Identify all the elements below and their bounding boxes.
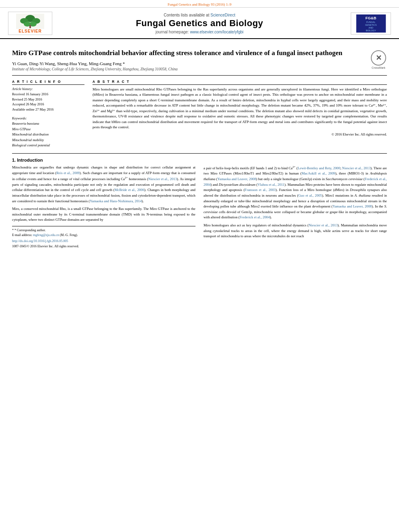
keyword-3: Mitochondrial distribution [12,132,84,138]
homepage-link[interactable]: www.elsevier.com/locate/yfgbi [190,30,243,34]
keyword-2: Miro GTPase [12,127,84,132]
journal-title: Fungal Genetics and Biology [52,18,347,29]
keyword-1: Beauveria bassiana [12,121,84,127]
available-date: Available online 27 May 2016 [12,107,84,112]
yamaoka-hara-link[interactable]: Yamaoka and Hara-Nishimura, 2014 [90,199,142,203]
accepted-date: Accepted 26 May 2016 [12,102,84,107]
contents-label: Contents lists available at [164,13,209,17]
reis-2009-link[interactable]: Reis et al., 2009 [56,171,80,175]
mcbride-2006-link[interactable]: McBride et al., 2006 [115,188,144,192]
science-direct-link[interactable]: ScienceDirect [210,13,235,17]
crossmark-icon: ✕ [371,50,386,66]
section-title: Introduction [17,158,43,162]
abstract-text: Miro homologues are small mitochondrial … [93,87,387,130]
introduction-section: 1. Introduction Mitochondria are organel… [12,154,387,249]
fgb-logo: FG&B FUNGAL GENETICS AND BIOLOGY [351,12,391,35]
doi-line: http://dx.doi.org/10.1016/j.fgb.2016.05.… [12,239,195,244]
homepage-label: journal homepage: [156,30,189,34]
frederick-2004-link-2[interactable]: Frederick et al., 2004 [240,215,270,219]
intro-left-col: Mitochondria are organelles that undergo… [12,165,195,249]
crossmark-label: CrossMark [372,66,385,69]
intro-para-4: Miro homologues also act as key regulato… [204,223,387,239]
journal-right-logo: FG&B FUNGAL GENETICS AND BIOLOGY [347,12,391,35]
footnote-section: * * Corresponding author. E-mail address… [12,226,195,249]
svg-text:BIOLOGY: BIOLOGY [366,29,376,31]
intro-para-1: Mitochondria are organelles that undergo… [12,165,195,204]
svg-rect-6 [29,25,31,28]
lewit-bentley-link[interactable]: Lewit-Bentley and Rety, 2000 [298,166,340,170]
email-line: E-mail address: mgfeng@zju.edu.cn (M.-G.… [12,233,195,238]
article-history-label: Article history: [12,87,84,91]
abstract-label: A B S T R A C T [93,80,387,85]
doi-link[interactable]: http://dx.doi.org/10.1016/j.fgb.2016.05.… [12,239,68,243]
received-date: Received 16 January 2016 [12,92,84,97]
niescier-2013-link-3[interactable]: Niescier et al., 2013 [309,223,337,227]
article-title-section: Miro GTPase controls mitochondrial behav… [12,43,387,76]
vlahou-link[interactable]: Vlahou et al., 2011 [257,183,284,187]
niescier-2013-link-1[interactable]: Niescier et al., 2013 [148,177,177,181]
fransson-link[interactable]: Fransson et al., 2003 [245,188,276,192]
svg-text:FG&B: FG&B [365,16,376,20]
corresponding-label: * Corresponding author. [14,228,46,232]
abstract-col: A B S T R A C T Miro homologues are smal… [93,80,387,148]
article-info-label: A R T I C L E I N F O [12,80,84,85]
contents-line: Contents lists available at ScienceDirec… [52,13,347,17]
journal-header-center: Contents lists available at ScienceDirec… [52,13,347,34]
yamaoka-leaver-link-2[interactable]: Yamaoka and Leaver, 2008 [333,204,372,208]
elsevier-logo: ELSEVIER [8,12,52,35]
keyword-5: Biological control potential [12,143,84,148]
info-abstract-section: A R T I C L E I N F O Article history: R… [12,76,387,154]
journal-top-bar: Fungal Genetics and Biology 93 (2016) 1–… [0,0,399,8]
intro-para-3: a pair of helix-loop-helix motifs (EF ha… [204,165,387,220]
niescier-2013-link-2[interactable]: Niescier et al., 2013 [342,166,371,170]
macaskill-link[interactable]: MacAskill et al., 2009 [302,171,335,175]
intro-para-2: Miro, a conserved mitochondrial Rho, is … [12,206,195,223]
email-label: E-mail address: [12,233,32,237]
issn-line: 1087-1845/© 2016 Elsevier Inc. All right… [12,244,195,249]
yamaoka-leaver-link-1[interactable]: Yamaoka and Leaver, 2008 [218,177,256,181]
article-title-text: Miro GTPase controls mitochondrial behav… [12,49,370,71]
article-info-col: A R T I C L E I N F O Article history: R… [12,80,84,148]
section-heading: 1. Introduction [12,158,387,162]
elsevier-text-label: ELSEVIER [19,29,41,33]
journal-homepage: journal homepage: www.elsevier.com/locat… [52,30,347,34]
article-affiliation: Institute of Microbiology, College of Li… [12,67,362,71]
introduction-columns: Mitochondria are organelles that undergo… [12,165,387,249]
intro-right-col: a pair of helix-loop-helix motifs (EF ha… [204,165,387,249]
keyword-4: Mitochondrial mobility [12,138,84,143]
revised-date: Revised 25 May 2016 [12,97,84,102]
page: Fungal Genetics and Biology 93 (2016) 1–… [0,0,399,532]
guo-link[interactable]: Guo et al., 2005 [298,193,322,197]
svg-text:AND: AND [368,26,373,29]
email-suffix: (M.-G. Feng). [59,233,78,237]
elsevier-tree-icon [16,14,44,29]
fgb-logo-image: FG&B FUNGAL GENETICS AND BIOLOGY [354,14,388,33]
article-title: Miro GTPase controls mitochondrial behav… [12,49,362,58]
copyright-line: © 2016 Elsevier Inc. All rights reserved… [93,132,387,136]
crossmark-box: ✕ CrossMark [370,50,387,69]
article-body: Miro GTPase controls mitochondrial behav… [0,39,399,253]
svg-text:FUNGAL: FUNGAL [366,21,375,23]
svg-text:GENETICS: GENETICS [365,23,376,26]
article-authors: Yi Guan, Ding-Yi Wang, Sheng-Hua Ying, M… [12,61,362,66]
email-link[interactable]: mgfeng@zju.edu.cn [33,233,59,237]
corresponding-author-note: * * Corresponding author. [12,228,195,233]
journal-header: ELSEVIER Contents lists available at Sci… [0,8,399,39]
keywords-label: Keywords: [12,116,84,120]
journal-citation: Fungal Genetics and Biology 93 (2016) 1–… [168,2,231,6]
section-number: 1. [12,158,16,162]
